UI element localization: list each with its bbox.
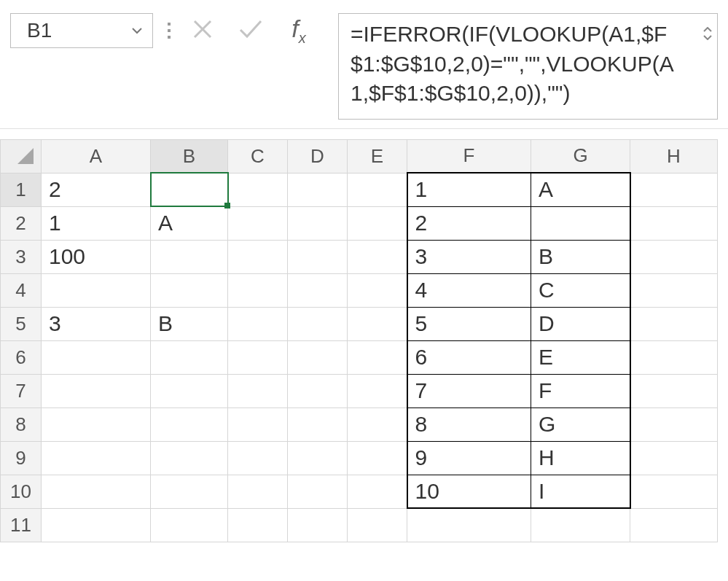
cell-B6[interactable] [151, 340, 228, 374]
cell-F11[interactable] [407, 508, 531, 542]
cell-H6[interactable] [630, 340, 718, 374]
cell-C2[interactable] [228, 206, 288, 240]
cell-H1[interactable] [630, 173, 718, 206]
cell-H5[interactable] [630, 307, 718, 340]
cell-B7[interactable] [151, 374, 228, 408]
cell-F10[interactable]: 10 [407, 475, 531, 508]
cell-D1[interactable] [288, 173, 348, 206]
cell-H3[interactable] [630, 240, 718, 273]
cell-G11[interactable] [531, 508, 630, 542]
row-header-8[interactable]: 8 [1, 408, 42, 441]
cell-B4[interactable] [151, 273, 228, 307]
cell-B3[interactable] [151, 240, 228, 273]
cell-D7[interactable] [288, 374, 348, 408]
col-header-E[interactable]: E [348, 139, 407, 173]
cell-H10[interactable] [630, 475, 718, 508]
cell-H2[interactable] [630, 206, 718, 240]
cell-C10[interactable] [228, 475, 288, 508]
cell-E7[interactable] [348, 374, 407, 408]
cell-C3[interactable] [228, 240, 288, 273]
cell-B5[interactable]: B [151, 307, 228, 340]
cell-F6[interactable]: 6 [407, 340, 531, 374]
cell-C8[interactable] [228, 408, 288, 441]
cell-C6[interactable] [228, 340, 288, 374]
cell-F7[interactable]: 7 [407, 374, 531, 408]
cell-E11[interactable] [348, 508, 407, 542]
cell-C1[interactable] [228, 173, 288, 206]
cell-A9[interactable] [42, 441, 151, 475]
expand-icon[interactable] [702, 18, 713, 48]
cell-B1[interactable] [151, 173, 228, 206]
row-header-3[interactable]: 3 [1, 240, 42, 273]
cell-G7[interactable]: F [531, 374, 630, 408]
cell-E3[interactable] [348, 240, 407, 273]
cell-A4[interactable] [42, 273, 151, 307]
cell-A8[interactable] [42, 408, 151, 441]
cell-B11[interactable] [151, 508, 228, 542]
cell-G4[interactable]: C [531, 273, 630, 307]
worksheet[interactable]: ABCDEFGH121A21A231003B44C53B5D66E77F88G9… [0, 139, 728, 542]
row-header-6[interactable]: 6 [1, 340, 42, 374]
cell-H7[interactable] [630, 374, 718, 408]
row-header-5[interactable]: 5 [1, 307, 42, 340]
cell-A11[interactable] [42, 508, 151, 542]
col-header-G[interactable]: G [531, 139, 630, 173]
cell-D3[interactable] [288, 240, 348, 273]
row-header-4[interactable]: 4 [1, 273, 42, 307]
cell-G10[interactable]: I [531, 475, 630, 508]
cell-E2[interactable] [348, 206, 407, 240]
cell-F9[interactable]: 9 [407, 441, 531, 475]
row-header-10[interactable]: 10 [1, 475, 42, 508]
cell-D11[interactable] [288, 508, 348, 542]
cell-H11[interactable] [630, 508, 718, 542]
cell-F1[interactable]: 1 [407, 173, 531, 206]
cell-D5[interactable] [288, 307, 348, 340]
cell-A6[interactable] [42, 340, 151, 374]
cell-D6[interactable] [288, 340, 348, 374]
cell-G8[interactable]: G [531, 408, 630, 441]
row-header-9[interactable]: 9 [1, 441, 42, 475]
cell-C11[interactable] [228, 508, 288, 542]
cell-B2[interactable]: A [151, 206, 228, 240]
name-box[interactable]: B1 [10, 13, 153, 48]
cell-C4[interactable] [228, 273, 288, 307]
cell-G6[interactable]: E [531, 340, 630, 374]
cell-C9[interactable] [228, 441, 288, 475]
cell-H8[interactable] [630, 408, 718, 441]
cell-B8[interactable] [151, 408, 228, 441]
cell-F8[interactable]: 8 [407, 408, 531, 441]
col-header-F[interactable]: F [407, 139, 531, 173]
cell-C7[interactable] [228, 374, 288, 408]
cell-A5[interactable]: 3 [42, 307, 151, 340]
cell-A1[interactable]: 2 [42, 173, 151, 206]
cell-F3[interactable]: 3 [407, 240, 531, 273]
insert-function-button[interactable]: fx [275, 13, 322, 48]
cell-A10[interactable] [42, 475, 151, 508]
cell-F2[interactable]: 2 [407, 206, 531, 240]
cell-A3[interactable]: 100 [42, 240, 151, 273]
cancel-button[interactable] [179, 13, 226, 48]
col-header-H[interactable]: H [630, 139, 718, 173]
cell-D2[interactable] [288, 206, 348, 240]
confirm-button[interactable] [227, 13, 274, 48]
col-header-C[interactable]: C [228, 139, 288, 173]
formula-input[interactable]: =IFERROR(IF(VLOOKUP(A1,$F$1:$G$10,2,0)="… [338, 13, 718, 120]
cell-C5[interactable] [228, 307, 288, 340]
cell-G2[interactable] [531, 206, 630, 240]
cell-H9[interactable] [630, 441, 718, 475]
cell-E6[interactable] [348, 340, 407, 374]
cell-D8[interactable] [288, 408, 348, 441]
col-header-D[interactable]: D [288, 139, 348, 173]
cell-E4[interactable] [348, 273, 407, 307]
cell-D10[interactable] [288, 475, 348, 508]
cell-G5[interactable]: D [531, 307, 630, 340]
row-header-2[interactable]: 2 [1, 206, 42, 240]
cell-E8[interactable] [348, 408, 407, 441]
cell-B9[interactable] [151, 441, 228, 475]
cell-G9[interactable]: H [531, 441, 630, 475]
cell-F4[interactable]: 4 [407, 273, 531, 307]
cell-B10[interactable] [151, 475, 228, 508]
cell-E5[interactable] [348, 307, 407, 340]
row-header-11[interactable]: 11 [1, 508, 42, 542]
chevron-down-icon[interactable] [132, 25, 142, 36]
